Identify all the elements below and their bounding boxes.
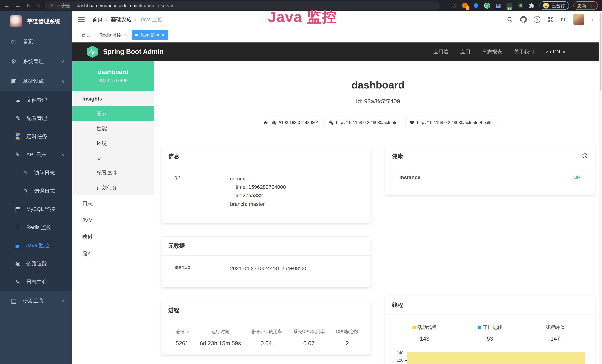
extensions-puzzle-icon[interactable] (528, 2, 535, 9)
instance-nav-mappings[interactable]: 映射 (72, 229, 154, 245)
sidebar-item-tracing[interactable]: ◉ 链路追踪 (0, 255, 72, 273)
avatar-caret-icon[interactable]: ▾ (591, 17, 593, 22)
sidebar-item-label: 系统管理 (23, 58, 44, 65)
instance-id: 93a3fc7f7409 (98, 78, 128, 84)
security-warning-icon[interactable]: ⚠ (50, 3, 54, 8)
sidebar-item-system[interactable]: ⚙ 系统管理 ∨ (0, 51, 72, 71)
sidebar-item-mysql-monitor[interactable]: ▤ MySQL 监控 (0, 200, 72, 218)
close-icon[interactable]: × (162, 32, 164, 38)
column-header: 进程ID (170, 329, 194, 334)
sidebar-item-error-log[interactable]: ✎ 错误日志 (0, 182, 72, 200)
sba-nav-wallboard[interactable]: 应用墙 (433, 48, 448, 55)
log-icon: ✎ (22, 187, 29, 194)
help-icon[interactable]: ? (534, 16, 540, 23)
git-id-line: id: 27aa832 (230, 191, 358, 200)
extension-y-icon[interactable]: y (484, 2, 491, 9)
actuator-url-button[interactable]: http://192.168.0.2:48080/actuator (324, 117, 403, 128)
sba-nav-about[interactable]: 关于我们 (514, 48, 534, 55)
github-icon[interactable] (520, 16, 527, 23)
instance-nav-classes[interactable]: 类 (72, 151, 154, 166)
breadcrumb-home[interactable]: 首页 (92, 16, 103, 23)
extension-grid-icon[interactable]: ▦ (495, 2, 502, 9)
monitor-icon: ▣ (10, 78, 17, 85)
breadcrumb-separator: / (106, 17, 108, 22)
browser-menu-icon[interactable]: ⋮ (589, 3, 594, 9)
nav-label: 日志 (82, 200, 93, 207)
update-button[interactable]: 更新 ⋮ (573, 1, 598, 10)
sidebar-item-devtools[interactable]: ▤ 研发工具 ∨ (0, 291, 72, 311)
user-avatar[interactable] (573, 14, 584, 25)
tab-java-monitor[interactable]: Java 监控 × (132, 30, 168, 40)
back-icon[interactable]: ← (4, 2, 10, 9)
breadcrumb-infra[interactable]: 基础设施 (111, 16, 132, 23)
bookmark-star-icon[interactable]: ☆ (452, 2, 457, 9)
sidebar-item-access-log[interactable]: ✎ 访问日志 (0, 164, 72, 182)
heartbeat-icon (410, 120, 414, 125)
card-title: 线程 (392, 301, 403, 309)
extension-leaf-icon[interactable] (517, 2, 524, 9)
sidebar-item-redis-monitor[interactable]: ≣ Redis 监控 (0, 218, 72, 236)
infra-submenu: ☁ 文件管理 ✎ 配置管理 ⌛ 定时任务 ✎ API 日志 ∧ ✎ (0, 91, 72, 291)
process-table: 进程ID 5261 运行时间 6d 23h 15m 59s (168, 329, 364, 347)
language-selector[interactable]: zh-CN ∨ (546, 49, 566, 55)
close-icon[interactable]: × (123, 32, 126, 38)
nav-label: 计划任务 (97, 184, 117, 191)
paused-label: 已暂停 (551, 3, 565, 9)
instance-nav-details[interactable]: 细节 (72, 106, 154, 121)
instance-nav-scheduled-tasks[interactable]: 计划任务 (72, 181, 154, 195)
sba-nav-journal[interactable]: 日志报表 (482, 48, 502, 55)
reload-icon[interactable]: ↻ (26, 2, 31, 9)
forward-icon[interactable]: → (15, 2, 21, 9)
sidebar-item-scheduled-job[interactable]: ⌛ 定时任务 (0, 127, 72, 146)
health-card: 健康 Instance UP (385, 147, 595, 195)
extension-on-icon[interactable]: on (506, 2, 513, 9)
home-icon[interactable]: ⌂ (36, 2, 40, 9)
sidebar-item-home[interactable]: ◷ 首页 (0, 32, 72, 51)
sidebar-item-file-manage[interactable]: ☁ 文件管理 (0, 91, 72, 109)
timer-icon: ⌛ (14, 133, 22, 140)
instance-nav-caches[interactable]: 缓存 (72, 245, 154, 262)
fullscreen-icon[interactable] (548, 16, 554, 23)
profile-paused-chip[interactable]: 已暂停 (539, 1, 569, 10)
eye-icon: ◉ (14, 260, 22, 267)
font-size-icon[interactable]: tT (561, 16, 566, 23)
update-label: 更新 (577, 3, 586, 9)
wrench-icon (329, 120, 333, 125)
sidebar-item-config-manage[interactable]: ✎ 配置管理 (0, 109, 72, 127)
address-bar[interactable]: ⚠ 不安全 dashboard.yudao.iocoder.cn/infra/a… (45, 1, 440, 10)
breadcrumb-separator: / (135, 17, 137, 22)
threads-legend: 活动线程 143 守护进程 53 线程峰值 (392, 324, 588, 342)
tab-home[interactable]: 首页 (78, 30, 94, 40)
sba-title: Spring Boot Admin (103, 48, 164, 56)
search-icon[interactable] (507, 16, 513, 23)
tick-mark (405, 360, 407, 361)
column-spacer (385, 209, 595, 296)
sidebar-item-java-monitor[interactable]: ▣ Java 监控 (0, 236, 72, 255)
sba-nav-applications[interactable]: 应用 (460, 48, 470, 55)
breadcrumb-current: Java 监控 (140, 16, 163, 23)
instance-header[interactable]: dashboard 93a3fc7f7409 (72, 61, 154, 91)
health-url-button[interactable]: http://192.168.0.2:48080/actuator/health (405, 117, 497, 128)
instance-nav-environment[interactable]: 环境 (72, 136, 154, 151)
service-url: http://192.168.0.2:48080/ (270, 120, 318, 125)
instance-nav-metrics[interactable]: 性能 (72, 121, 154, 136)
tab-redis-monitor[interactable]: Redis 监控 × (96, 30, 129, 40)
instance-nav-config-props[interactable]: 配置属性 (72, 166, 154, 181)
sidebar-item-api-log[interactable]: ✎ API 日志 ∧ (0, 146, 72, 164)
extension-orange-icon[interactable]: 1 (462, 2, 468, 9)
info-card: 信息 git commit: time: 1596289704000 id: 2 (161, 147, 371, 223)
spring-boot-admin-logo[interactable] (87, 46, 98, 58)
extension-pin-icon[interactable] (473, 2, 479, 9)
instance-nav-jvm[interactable]: JVM (72, 212, 154, 229)
service-url-button[interactable]: http://192.168.0.2:48080/ (259, 117, 322, 128)
sidebar-item-log-center[interactable]: ✎ 日志中心 (0, 273, 72, 291)
scrollbar-thumb[interactable] (600, 13, 602, 90)
sidebar-item-infra[interactable]: ▣ 基础设施 ∧ (0, 71, 72, 91)
hamburger-icon[interactable] (78, 17, 85, 22)
column-header: 系统CPU使用率 (290, 329, 329, 334)
history-icon[interactable] (582, 153, 588, 159)
page-scrollbar[interactable] (599, 11, 602, 364)
instance-nav-logging[interactable]: 日志 (72, 195, 154, 212)
app-logo[interactable]: 芋道管理系统 (0, 11, 72, 32)
instance-sidebar: dashboard 93a3fc7f7409 Insights 细节 性能 环境… (72, 61, 154, 364)
